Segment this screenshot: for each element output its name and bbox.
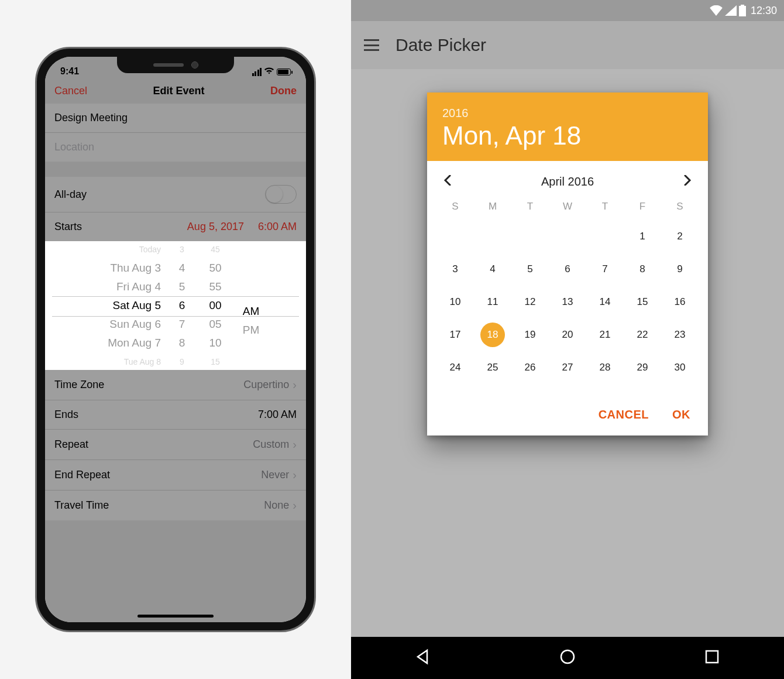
picker-option[interactable]: 45 [197, 240, 233, 259]
picker-option[interactable] [233, 355, 269, 370]
calendar-day[interactable]: 16 [661, 290, 699, 314]
svg-rect-3 [706, 651, 718, 663]
calendar-day[interactable]: 18 [474, 323, 511, 347]
event-title-section: Design Meeting Location [45, 104, 306, 162]
calendar-day[interactable]: 29 [624, 355, 661, 380]
location-placeholder: Location [54, 141, 94, 153]
calendar-day[interactable]: 20 [549, 323, 586, 347]
picker-option[interactable] [233, 241, 269, 256]
calendar-day[interactable]: 2 [661, 224, 699, 249]
picker-option[interactable]: 7 [167, 315, 197, 334]
picker-option[interactable]: 50 [197, 259, 233, 277]
calendar-day[interactable]: 17 [436, 323, 474, 347]
ends-row[interactable]: Ends 7:00 AM [45, 400, 306, 430]
calendar-day[interactable]: 24 [436, 355, 474, 380]
calendar-day[interactable]: 30 [661, 355, 699, 380]
prev-month-button[interactable] [443, 174, 452, 189]
ends-value: 7:00 AM [258, 409, 297, 421]
datetime-picker[interactable]: TodayThu Aug 3Fri Aug 4Sat Aug 5Sun Aug … [45, 241, 306, 370]
signal-icon [252, 68, 262, 76]
calendar-day[interactable]: 4 [474, 257, 511, 282]
picker-option[interactable] [233, 256, 269, 272]
time-zone-row[interactable]: Time Zone Cupertino› [45, 370, 306, 400]
picker-option[interactable]: 00 [197, 296, 233, 315]
picker-option[interactable]: Fri Aug 4 [79, 277, 161, 296]
next-month-button[interactable] [683, 174, 692, 189]
picker-option[interactable]: 3 [167, 240, 197, 259]
picker-option[interactable]: AM [233, 302, 269, 321]
picker-option[interactable]: Tue Aug 8 [79, 352, 161, 371]
ok-button[interactable]: OK [672, 408, 690, 421]
picker-option[interactable]: 9 [167, 352, 197, 371]
travel-time-row[interactable]: Travel Time None› [45, 491, 306, 520]
picker-option[interactable] [233, 287, 269, 302]
picker-option[interactable]: Today [79, 240, 161, 259]
front-camera [192, 62, 198, 68]
calendar-day[interactable]: 12 [511, 290, 549, 314]
picker-option[interactable]: 05 [197, 315, 233, 334]
calendar-day[interactable]: 28 [586, 355, 624, 380]
picker-option[interactable]: Mon Aug 7 [79, 334, 161, 352]
calendar-day[interactable]: 5 [511, 257, 549, 282]
calendar-day[interactable]: 10 [436, 290, 474, 314]
svg-point-2 [561, 650, 574, 663]
event-title-field[interactable]: Design Meeting [45, 104, 306, 133]
starts-label: Starts [54, 221, 82, 233]
all-day-toggle[interactable] [265, 185, 297, 204]
ios-nav-bar: Cancel Edit Event Done [45, 78, 306, 104]
picker-option[interactable]: Sat Aug 5 [79, 296, 161, 315]
cancel-button[interactable]: CANCEL [599, 408, 649, 421]
calendar-day[interactable]: 14 [586, 290, 624, 314]
recent-apps-button[interactable] [703, 648, 721, 668]
end-repeat-row[interactable]: End Repeat Never› [45, 460, 306, 491]
home-indicator[interactable] [137, 615, 214, 618]
calendar-day[interactable]: 22 [624, 323, 661, 347]
calendar-day[interactable]: 26 [511, 355, 549, 380]
android-nav-bar [351, 637, 784, 679]
calendar-day[interactable]: 21 [586, 323, 624, 347]
calendar-day[interactable]: 8 [624, 257, 661, 282]
travel-time-value: None [264, 499, 289, 512]
calendar-day[interactable]: 23 [661, 323, 699, 347]
cancel-button[interactable]: Cancel [54, 85, 87, 97]
picker-option[interactable]: 5 [167, 277, 197, 296]
repeat-row[interactable]: Repeat Custom› [45, 430, 306, 460]
picker-option[interactable]: PM [233, 321, 269, 340]
calendar-day[interactable]: 25 [474, 355, 511, 380]
picker-option[interactable] [233, 272, 269, 287]
calendar-day[interactable]: 9 [661, 257, 699, 282]
picker-option[interactable]: 55 [197, 277, 233, 296]
calendar-grid: SMTWTFS.....1234567891011121314151617181… [427, 195, 708, 389]
dialog-header: 2016 Mon, Apr 18 [427, 92, 708, 161]
starts-row[interactable]: Starts Aug 5, 2017 6:00 AM [45, 212, 306, 241]
picker-option[interactable]: 15 [197, 352, 233, 371]
chevron-right-icon: › [293, 378, 297, 392]
picker-option[interactable]: Sun Aug 6 [79, 315, 161, 334]
starts-time: 6:00 AM [258, 221, 297, 233]
picker-option[interactable]: 6 [167, 296, 197, 315]
android-status-bar: 12:30 [351, 0, 784, 21]
done-button[interactable]: Done [270, 85, 297, 97]
calendar-day[interactable]: 27 [549, 355, 586, 380]
iphone-screen: 9:41 Cancel Edit Event Done [45, 57, 306, 622]
calendar-day[interactable]: 7 [586, 257, 624, 282]
picker-option[interactable]: 4 [167, 259, 197, 277]
location-field[interactable]: Location [45, 133, 306, 162]
selected-date-text[interactable]: Mon, Apr 18 [442, 121, 693, 150]
calendar-day[interactable]: 1 [624, 224, 661, 249]
picker-option[interactable]: 10 [197, 334, 233, 352]
calendar-day[interactable]: 6 [549, 257, 586, 282]
back-button[interactable] [414, 648, 432, 668]
picker-option[interactable]: 8 [167, 334, 197, 352]
hamburger-menu-icon[interactable] [364, 39, 379, 51]
calendar-day[interactable]: 3 [436, 257, 474, 282]
android-body: 2016 Mon, Apr 18 April 2016 SMTWTFS.....… [351, 69, 784, 637]
calendar-day[interactable]: 19 [511, 323, 549, 347]
calendar-day[interactable]: 11 [474, 290, 511, 314]
picker-option[interactable] [233, 340, 269, 355]
home-button[interactable] [559, 648, 576, 668]
picker-option[interactable]: Thu Aug 3 [79, 259, 161, 277]
selected-year[interactable]: 2016 [442, 107, 693, 120]
calendar-day[interactable]: 15 [624, 290, 661, 314]
calendar-day[interactable]: 13 [549, 290, 586, 314]
